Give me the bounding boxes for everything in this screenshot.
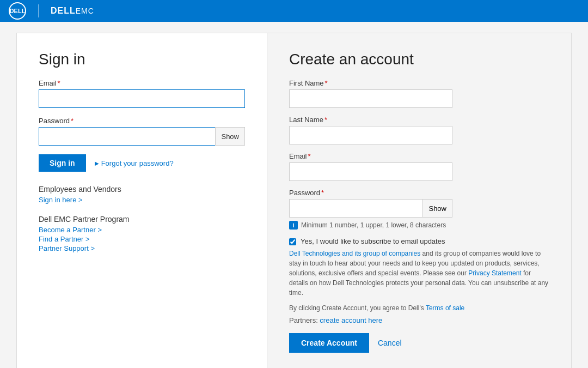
terms-of-sale-link[interactable]: Terms of sale bbox=[426, 304, 464, 312]
partners-text: Partners: create account here bbox=[289, 316, 549, 324]
create-account-actions: Create Account Cancel bbox=[289, 333, 549, 353]
become-partner-link[interactable]: Become a Partner > bbox=[39, 226, 245, 234]
signin-here-link[interactable]: Sign in here > bbox=[39, 196, 245, 204]
create-account-panel: Create an account First Name* Last Name*… bbox=[267, 33, 571, 368]
password-required: * bbox=[71, 117, 74, 125]
header: DELL DELLEMC bbox=[0, 0, 588, 22]
partner-program-section: Dell EMC Partner Program Become a Partne… bbox=[39, 215, 245, 252]
employees-vendors-section: Employees and Vendors Sign in here > bbox=[39, 185, 245, 204]
create-account-here-link[interactable]: create account here bbox=[320, 316, 382, 324]
find-partner-link[interactable]: Find a Partner > bbox=[39, 235, 245, 243]
email-required: * bbox=[58, 79, 60, 87]
terms-text: By clicking Create Account, you agree to… bbox=[289, 304, 549, 312]
create-account-title: Create an account bbox=[289, 51, 549, 68]
dell-emc-brand: DELLEMC bbox=[51, 6, 94, 16]
password-show-button[interactable]: Show bbox=[215, 127, 245, 146]
main-content: Sign in Email* Password* Show Sign in ▶ … bbox=[16, 33, 572, 368]
employees-title: Employees and Vendors bbox=[39, 185, 245, 194]
forgot-arrow-icon: ▶ bbox=[95, 160, 99, 166]
first-name-label: First Name* bbox=[289, 79, 549, 87]
header-logo: DELL DELLEMC bbox=[9, 2, 94, 20]
create-account-button[interactable]: Create Account bbox=[289, 333, 369, 353]
email-input[interactable] bbox=[39, 89, 245, 108]
create-password-input[interactable] bbox=[289, 199, 422, 218]
last-name-label: Last Name* bbox=[289, 116, 549, 124]
email-description: Dell Technologies and its group of compa… bbox=[289, 249, 549, 298]
create-password-required: * bbox=[321, 189, 324, 197]
signin-actions: Sign in ▶ Forgot your password? bbox=[39, 154, 245, 172]
email-form-group: Email* bbox=[39, 79, 245, 108]
subscribe-checkbox-group: Yes, I would like to subscribe to email … bbox=[289, 237, 549, 245]
signin-title: Sign in bbox=[39, 51, 245, 68]
last-name-group: Last Name* bbox=[289, 116, 549, 144]
create-password-group: Password* Show i Minimum 1 number, 1 upp… bbox=[289, 189, 549, 230]
create-password-wrapper: Show bbox=[289, 199, 452, 218]
subscribe-label[interactable]: Yes, I would like to subscribe to email … bbox=[301, 237, 445, 245]
email-label: Email* bbox=[39, 79, 245, 87]
create-password-label: Password* bbox=[289, 189, 549, 197]
password-hint: i Minimum 1 number, 1 upper, 1 lower, 8 … bbox=[289, 221, 549, 230]
password-wrapper: Show bbox=[39, 127, 245, 146]
cancel-link[interactable]: Cancel bbox=[378, 339, 402, 347]
hint-text: Minimum 1 number, 1 upper, 1 lower, 8 ch… bbox=[301, 221, 446, 229]
signin-panel: Sign in Email* Password* Show Sign in ▶ … bbox=[17, 33, 267, 368]
header-divider bbox=[38, 4, 39, 17]
forgot-password-link[interactable]: ▶ Forgot your password? bbox=[95, 159, 174, 167]
partner-program-title: Dell EMC Partner Program bbox=[39, 215, 245, 224]
create-email-required: * bbox=[308, 152, 311, 160]
last-name-input[interactable] bbox=[289, 126, 452, 144]
dell-technologies-link[interactable]: Dell Technologies and its group of compa… bbox=[289, 250, 420, 257]
create-email-group: Email* bbox=[289, 152, 549, 181]
first-name-input[interactable] bbox=[289, 89, 452, 108]
password-input[interactable] bbox=[39, 127, 215, 146]
create-password-show-button[interactable]: Show bbox=[422, 199, 452, 218]
dell-logo-icon: DELL bbox=[9, 2, 26, 20]
first-name-group: First Name* bbox=[289, 79, 549, 108]
signin-button[interactable]: Sign in bbox=[39, 154, 86, 172]
last-name-required: * bbox=[324, 116, 327, 124]
create-email-label: Email* bbox=[289, 152, 549, 160]
create-email-input[interactable] bbox=[289, 162, 452, 181]
hint-icon: i bbox=[289, 221, 298, 230]
privacy-statement-link[interactable]: Privacy Statement bbox=[468, 269, 521, 277]
password-label: Password* bbox=[39, 117, 245, 125]
partner-support-link[interactable]: Partner Support > bbox=[39, 244, 245, 252]
first-name-required: * bbox=[325, 79, 328, 87]
password-form-group: Password* Show bbox=[39, 117, 245, 146]
subscribe-checkbox[interactable] bbox=[289, 238, 296, 245]
